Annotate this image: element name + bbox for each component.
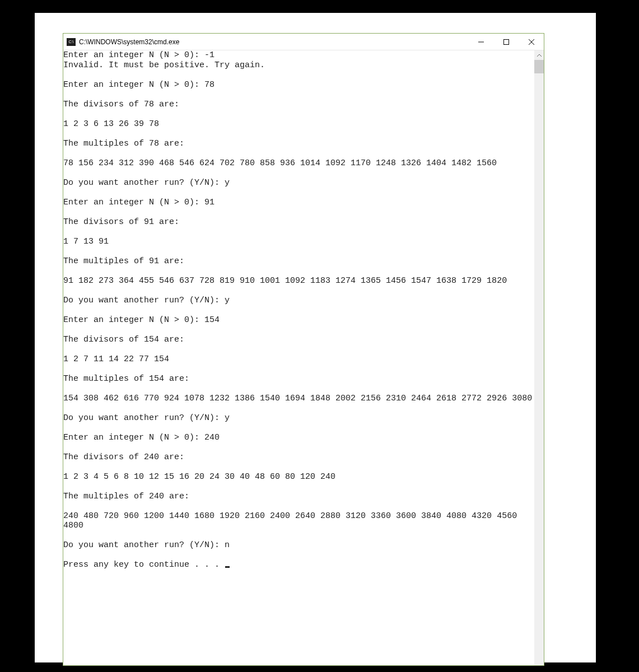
window-controls (468, 34, 544, 50)
close-icon (529, 39, 534, 45)
cmd-icon (67, 38, 76, 46)
text-cursor (225, 566, 230, 568)
minimize-button[interactable] (468, 34, 493, 50)
vertical-scrollbar[interactable] (534, 50, 544, 665)
svg-rect-1 (503, 39, 509, 44)
console-area: Enter an integer N (N > 0): -1 Invalid. … (63, 50, 544, 665)
cmd-window: C:\WINDOWS\system32\cmd.exe Enter an int… (63, 33, 544, 666)
scroll-up-button[interactable] (534, 50, 544, 60)
close-button[interactable] (519, 34, 544, 50)
window-title: C:\WINDOWS\system32\cmd.exe (79, 38, 468, 46)
chevron-up-icon (537, 54, 542, 57)
minimize-icon (478, 39, 484, 45)
maximize-button[interactable] (493, 34, 519, 50)
titlebar[interactable]: C:\WINDOWS\system32\cmd.exe (63, 34, 544, 50)
scroll-thumb[interactable] (534, 60, 544, 73)
console-output[interactable]: Enter an integer N (N > 0): -1 Invalid. … (63, 50, 534, 665)
maximize-icon (503, 39, 509, 45)
